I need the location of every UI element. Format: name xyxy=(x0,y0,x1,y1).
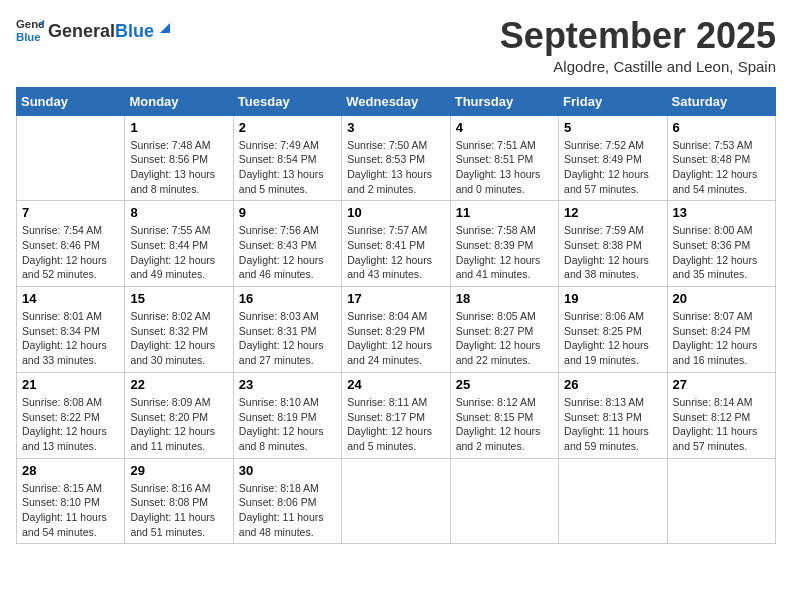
calendar-cell: 28Sunrise: 8:15 AMSunset: 8:10 PMDayligh… xyxy=(17,458,125,544)
calendar-cell xyxy=(667,458,775,544)
calendar-cell xyxy=(342,458,450,544)
svg-text:General: General xyxy=(16,18,44,30)
calendar-cell: 25Sunrise: 8:12 AMSunset: 8:15 PMDayligh… xyxy=(450,372,558,458)
calendar-cell: 7Sunrise: 7:54 AMSunset: 8:46 PMDaylight… xyxy=(17,201,125,287)
calendar-table: SundayMondayTuesdayWednesdayThursdayFrid… xyxy=(16,87,776,545)
calendar-cell: 30Sunrise: 8:18 AMSunset: 8:06 PMDayligh… xyxy=(233,458,341,544)
day-number: 28 xyxy=(22,463,119,478)
calendar-cell: 29Sunrise: 8:16 AMSunset: 8:08 PMDayligh… xyxy=(125,458,233,544)
day-number: 1 xyxy=(130,120,227,135)
day-number: 11 xyxy=(456,205,553,220)
day-number: 21 xyxy=(22,377,119,392)
weekday-header-thursday: Thursday xyxy=(450,87,558,115)
day-number: 7 xyxy=(22,205,119,220)
weekday-header-friday: Friday xyxy=(559,87,667,115)
calendar-cell xyxy=(17,115,125,201)
day-number: 19 xyxy=(564,291,661,306)
calendar-cell: 12Sunrise: 7:59 AMSunset: 8:38 PMDayligh… xyxy=(559,201,667,287)
day-info: Sunrise: 7:51 AMSunset: 8:51 PMDaylight:… xyxy=(456,138,553,197)
calendar-cell: 26Sunrise: 8:13 AMSunset: 8:13 PMDayligh… xyxy=(559,372,667,458)
svg-text:Blue: Blue xyxy=(16,31,41,43)
weekday-header-monday: Monday xyxy=(125,87,233,115)
day-info: Sunrise: 8:18 AMSunset: 8:06 PMDaylight:… xyxy=(239,481,336,540)
day-info: Sunrise: 8:06 AMSunset: 8:25 PMDaylight:… xyxy=(564,309,661,368)
day-info: Sunrise: 8:12 AMSunset: 8:15 PMDaylight:… xyxy=(456,395,553,454)
day-number: 6 xyxy=(673,120,770,135)
day-number: 16 xyxy=(239,291,336,306)
logo-blue-text: Blue xyxy=(115,22,154,42)
day-info: Sunrise: 8:09 AMSunset: 8:20 PMDaylight:… xyxy=(130,395,227,454)
week-row-5: 28Sunrise: 8:15 AMSunset: 8:10 PMDayligh… xyxy=(17,458,776,544)
location-subtitle: Algodre, Castille and Leon, Spain xyxy=(500,58,776,75)
month-title: September 2025 xyxy=(500,16,776,56)
day-info: Sunrise: 7:55 AMSunset: 8:44 PMDaylight:… xyxy=(130,223,227,282)
calendar-cell: 18Sunrise: 8:05 AMSunset: 8:27 PMDayligh… xyxy=(450,287,558,373)
calendar-cell: 5Sunrise: 7:52 AMSunset: 8:49 PMDaylight… xyxy=(559,115,667,201)
calendar-cell: 21Sunrise: 8:08 AMSunset: 8:22 PMDayligh… xyxy=(17,372,125,458)
day-info: Sunrise: 7:58 AMSunset: 8:39 PMDaylight:… xyxy=(456,223,553,282)
calendar-cell xyxy=(450,458,558,544)
calendar-cell: 22Sunrise: 8:09 AMSunset: 8:20 PMDayligh… xyxy=(125,372,233,458)
day-info: Sunrise: 8:10 AMSunset: 8:19 PMDaylight:… xyxy=(239,395,336,454)
day-info: Sunrise: 7:59 AMSunset: 8:38 PMDaylight:… xyxy=(564,223,661,282)
week-row-3: 14Sunrise: 8:01 AMSunset: 8:34 PMDayligh… xyxy=(17,287,776,373)
calendar-cell: 17Sunrise: 8:04 AMSunset: 8:29 PMDayligh… xyxy=(342,287,450,373)
week-row-1: 1Sunrise: 7:48 AMSunset: 8:56 PMDaylight… xyxy=(17,115,776,201)
calendar-cell: 13Sunrise: 8:00 AMSunset: 8:36 PMDayligh… xyxy=(667,201,775,287)
day-info: Sunrise: 7:48 AMSunset: 8:56 PMDaylight:… xyxy=(130,138,227,197)
day-number: 20 xyxy=(673,291,770,306)
title-area: September 2025 Algodre, Castille and Leo… xyxy=(500,16,776,75)
weekday-header-saturday: Saturday xyxy=(667,87,775,115)
day-number: 14 xyxy=(22,291,119,306)
logo: General Blue GeneralBlue xyxy=(16,16,174,44)
day-info: Sunrise: 8:08 AMSunset: 8:22 PMDaylight:… xyxy=(22,395,119,454)
day-info: Sunrise: 7:54 AMSunset: 8:46 PMDaylight:… xyxy=(22,223,119,282)
day-info: Sunrise: 8:13 AMSunset: 8:13 PMDaylight:… xyxy=(564,395,661,454)
day-info: Sunrise: 8:02 AMSunset: 8:32 PMDaylight:… xyxy=(130,309,227,368)
day-info: Sunrise: 8:16 AMSunset: 8:08 PMDaylight:… xyxy=(130,481,227,540)
calendar-cell: 27Sunrise: 8:14 AMSunset: 8:12 PMDayligh… xyxy=(667,372,775,458)
day-info: Sunrise: 8:11 AMSunset: 8:17 PMDaylight:… xyxy=(347,395,444,454)
day-number: 17 xyxy=(347,291,444,306)
day-number: 26 xyxy=(564,377,661,392)
day-number: 8 xyxy=(130,205,227,220)
calendar-cell: 23Sunrise: 8:10 AMSunset: 8:19 PMDayligh… xyxy=(233,372,341,458)
week-row-2: 7Sunrise: 7:54 AMSunset: 8:46 PMDaylight… xyxy=(17,201,776,287)
logo-general-text: General xyxy=(48,22,115,42)
calendar-cell: 15Sunrise: 8:02 AMSunset: 8:32 PMDayligh… xyxy=(125,287,233,373)
day-info: Sunrise: 7:50 AMSunset: 8:53 PMDaylight:… xyxy=(347,138,444,197)
day-number: 13 xyxy=(673,205,770,220)
day-info: Sunrise: 8:14 AMSunset: 8:12 PMDaylight:… xyxy=(673,395,770,454)
calendar-cell: 10Sunrise: 7:57 AMSunset: 8:41 PMDayligh… xyxy=(342,201,450,287)
calendar-cell: 11Sunrise: 7:58 AMSunset: 8:39 PMDayligh… xyxy=(450,201,558,287)
calendar-cell: 9Sunrise: 7:56 AMSunset: 8:43 PMDaylight… xyxy=(233,201,341,287)
day-number: 23 xyxy=(239,377,336,392)
day-info: Sunrise: 7:57 AMSunset: 8:41 PMDaylight:… xyxy=(347,223,444,282)
day-info: Sunrise: 8:00 AMSunset: 8:36 PMDaylight:… xyxy=(673,223,770,282)
day-info: Sunrise: 7:49 AMSunset: 8:54 PMDaylight:… xyxy=(239,138,336,197)
day-number: 29 xyxy=(130,463,227,478)
day-info: Sunrise: 8:03 AMSunset: 8:31 PMDaylight:… xyxy=(239,309,336,368)
day-number: 18 xyxy=(456,291,553,306)
weekday-header-row: SundayMondayTuesdayWednesdayThursdayFrid… xyxy=(17,87,776,115)
svg-marker-3 xyxy=(160,23,170,33)
day-number: 25 xyxy=(456,377,553,392)
calendar-cell: 14Sunrise: 8:01 AMSunset: 8:34 PMDayligh… xyxy=(17,287,125,373)
header: General Blue GeneralBlue September 2025 … xyxy=(16,16,776,75)
day-number: 10 xyxy=(347,205,444,220)
day-number: 9 xyxy=(239,205,336,220)
day-number: 24 xyxy=(347,377,444,392)
weekday-header-sunday: Sunday xyxy=(17,87,125,115)
day-number: 4 xyxy=(456,120,553,135)
day-info: Sunrise: 8:07 AMSunset: 8:24 PMDaylight:… xyxy=(673,309,770,368)
weekday-header-wednesday: Wednesday xyxy=(342,87,450,115)
weekday-header-tuesday: Tuesday xyxy=(233,87,341,115)
day-info: Sunrise: 8:05 AMSunset: 8:27 PMDaylight:… xyxy=(456,309,553,368)
day-number: 22 xyxy=(130,377,227,392)
day-info: Sunrise: 8:15 AMSunset: 8:10 PMDaylight:… xyxy=(22,481,119,540)
day-info: Sunrise: 7:52 AMSunset: 8:49 PMDaylight:… xyxy=(564,138,661,197)
day-info: Sunrise: 7:53 AMSunset: 8:48 PMDaylight:… xyxy=(673,138,770,197)
calendar-cell: 3Sunrise: 7:50 AMSunset: 8:53 PMDaylight… xyxy=(342,115,450,201)
calendar-cell: 1Sunrise: 7:48 AMSunset: 8:56 PMDaylight… xyxy=(125,115,233,201)
logo-icon: General Blue xyxy=(16,16,44,44)
